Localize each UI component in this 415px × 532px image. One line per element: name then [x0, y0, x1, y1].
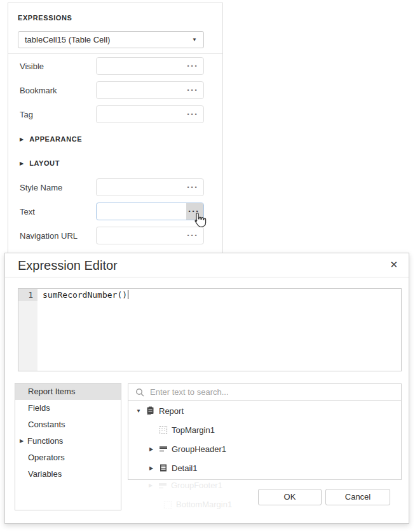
tree-node-label: Detail1	[172, 463, 197, 473]
tag-ellipsis-button[interactable]: ···	[187, 109, 198, 119]
category-label: Constants	[28, 420, 65, 429]
property-row-visible: Visible ···	[8, 57, 222, 75]
dialog-title: Expression Editor	[18, 258, 118, 273]
ghost-tree-node-label: GroupFooter1	[171, 481, 222, 490]
category-variables[interactable]: Variables	[15, 466, 121, 482]
appearance-label: APPEARANCE	[29, 135, 82, 143]
property-row-text: Text ···	[8, 203, 222, 220]
dialog-header-divider	[5, 277, 409, 277]
line-number: 1	[18, 289, 37, 301]
line-number-gutter: 1	[18, 289, 37, 371]
text-ellipsis-button[interactable]: ···	[186, 203, 203, 220]
style-name-input[interactable]	[100, 180, 182, 194]
category-functions[interactable]: ▶ Functions	[15, 433, 121, 449]
text-label: Text	[20, 207, 35, 216]
ok-button[interactable]: OK	[258, 489, 322, 505]
property-row-style-name: Style Name ···	[8, 178, 222, 196]
tree-node-topmargin1[interactable]: TopMargin1	[128, 420, 401, 439]
detail-icon	[159, 463, 168, 472]
chevron-down-icon: ▼	[192, 37, 197, 43]
style-name-label: Style Name	[20, 183, 62, 192]
navigation-url-expression-field[interactable]: ···	[96, 227, 204, 244]
expand-arrow-icon: ▶	[147, 482, 154, 488]
ellipsis-icon: ···	[188, 206, 200, 216]
search-icon	[135, 388, 144, 397]
close-icon[interactable]: ✕	[390, 258, 398, 272]
category-report-items[interactable]: Report Items	[15, 383, 121, 400]
report-items-tree-panel: ▼ Report TopMargin1 ▶	[128, 383, 402, 480]
bookmark-ellipsis-button[interactable]: ···	[187, 84, 198, 95]
visible-input[interactable]	[100, 59, 182, 73]
top-margin-icon	[159, 425, 168, 434]
property-row-tag: Tag ···	[8, 105, 222, 123]
collapse-arrow-icon[interactable]: ▼	[135, 408, 142, 414]
property-row-navigation-url: Navigation URL ···	[8, 227, 222, 244]
tree-node-label: GroupHeader1	[172, 444, 226, 454]
expand-arrow-icon[interactable]: ▶	[147, 465, 155, 471]
tree-node-groupheader1[interactable]: ▶ GroupHeader1	[128, 439, 401, 458]
tree-node-label: TopMargin1	[172, 425, 215, 435]
text-input[interactable]	[100, 204, 182, 218]
navigation-url-ellipsis-button[interactable]: ···	[187, 230, 198, 241]
category-label: Variables	[28, 469, 62, 479]
expand-arrow-icon: ▶	[20, 161, 24, 166]
tree-node-label: Report	[159, 406, 184, 416]
text-caret	[128, 290, 128, 299]
category-label: Operators	[28, 453, 65, 462]
search-box[interactable]	[128, 384, 401, 401]
style-name-ellipsis-button[interactable]: ···	[187, 182, 198, 192]
property-row-bookmark: Bookmark ···	[8, 81, 222, 99]
ghost-tree-node-label: BottomMargin1	[176, 500, 232, 509]
group-header-icon	[159, 444, 168, 453]
report-icon	[146, 406, 155, 415]
style-name-expression-field[interactable]: ···	[96, 178, 204, 196]
expression-editor-dialog: Expression Editor ✕ 1 sumRecordNumber() …	[4, 253, 409, 524]
text-expression-field[interactable]: ···	[96, 203, 204, 220]
category-label: Report Items	[28, 387, 75, 396]
layout-label: LAYOUT	[29, 159, 60, 167]
ghost-tree-node-bottommargin1: BottomMargin1	[160, 500, 232, 509]
tree-node-report[interactable]: ▼ Report	[128, 401, 401, 420]
group-footer-icon	[158, 481, 167, 490]
expression-code: sumRecordNumber()	[43, 290, 127, 300]
cancel-button[interactable]: Cancel	[325, 489, 390, 505]
navigation-url-input[interactable]	[100, 229, 182, 243]
visible-label: Visible	[20, 62, 44, 71]
category-operators[interactable]: Operators	[15, 449, 121, 466]
report-tree: ▼ Report TopMargin1 ▶	[128, 401, 401, 477]
bookmark-input[interactable]	[100, 83, 182, 97]
bookmark-label: Bookmark	[20, 86, 57, 95]
target-element-dropdown[interactable]: tableCell15 (Table Cell) ▼	[18, 31, 204, 48]
tag-input[interactable]	[100, 107, 182, 121]
category-fields[interactable]: Fields	[15, 400, 121, 416]
category-constants[interactable]: Constants	[15, 416, 121, 433]
expand-arrow-icon[interactable]: ▶	[147, 446, 155, 452]
panel-divider	[8, 53, 222, 54]
category-list: Report Items Fields Constants ▶ Function…	[15, 383, 121, 510]
panel-title: EXPRESSIONS	[18, 14, 72, 22]
bookmark-expression-field[interactable]: ···	[96, 81, 204, 99]
visible-expression-field[interactable]: ···	[96, 57, 204, 75]
code-area[interactable]: sumRecordNumber()	[37, 289, 401, 371]
section-appearance[interactable]: ▶ APPEARANCE	[20, 134, 82, 144]
category-label: Fields	[28, 403, 50, 413]
target-element-value: tableCell15 (Table Cell)	[25, 35, 110, 44]
search-input[interactable]	[150, 387, 401, 397]
bottom-margin-icon	[163, 500, 172, 509]
tag-expression-field[interactable]: ···	[96, 105, 204, 123]
expressions-panel: EXPRESSIONS tableCell15 (Table Cell) ▼ V…	[8, 3, 223, 253]
tag-label: Tag	[20, 110, 33, 119]
visible-ellipsis-button[interactable]: ···	[187, 60, 198, 71]
ghost-tree-node-groupfooter1: ▶ GroupFooter1	[147, 481, 222, 490]
navigation-url-label: Navigation URL	[20, 231, 78, 241]
expand-arrow-icon: ▶	[20, 433, 24, 449]
expand-arrow-icon: ▶	[20, 136, 24, 142]
section-layout[interactable]: ▶ LAYOUT	[20, 158, 60, 168]
category-label: Functions	[27, 436, 63, 446]
tree-node-detail1[interactable]: ▶ Detail1	[128, 458, 401, 477]
expression-code-editor[interactable]: 1 sumRecordNumber()	[18, 288, 402, 371]
